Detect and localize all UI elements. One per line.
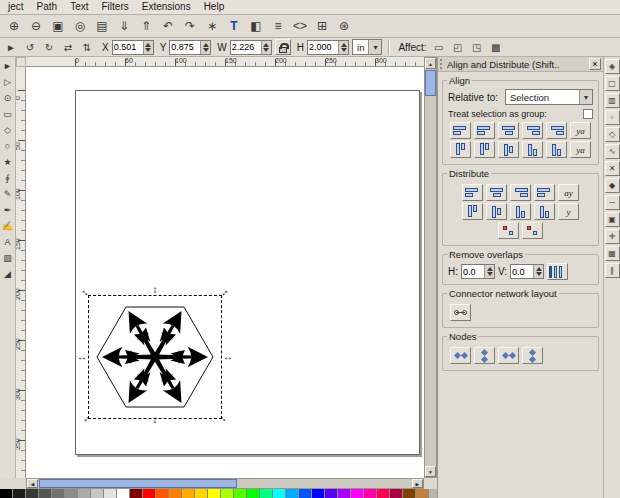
y-input[interactable] xyxy=(170,41,200,54)
snap-toggle-button[interactable]: ▦ xyxy=(605,246,620,261)
align-right-edges-to-anchor-left-button[interactable] xyxy=(450,122,471,139)
align-nodes-horizontally-button[interactable] xyxy=(450,347,471,364)
color-swatch[interactable] xyxy=(65,489,78,498)
color-swatch[interactable] xyxy=(91,489,104,498)
toolbar-button[interactable]: T xyxy=(224,17,244,36)
spin-buttons[interactable] xyxy=(484,265,494,278)
color-swatch[interactable] xyxy=(286,489,299,498)
color-swatch[interactable] xyxy=(234,489,247,498)
toolbar-button[interactable]: ↶ xyxy=(158,17,178,36)
snap-toggle-button[interactable]: ◆ xyxy=(605,178,620,193)
units-select[interactable]: in xyxy=(352,39,382,55)
color-swatch[interactable] xyxy=(13,489,26,498)
distribute-text-anchors-vertical-button[interactable]: y xyxy=(558,203,579,220)
distribute-bottom-edges-button[interactable] xyxy=(510,203,531,220)
align-bottom-edges-button[interactable] xyxy=(522,141,543,158)
v-gap-spinbox[interactable] xyxy=(510,264,544,279)
align-left-edges-to-anchor-right-button[interactable] xyxy=(546,122,567,139)
toolbar-button[interactable]: ▣ xyxy=(48,17,68,36)
toolbar-button[interactable]: ↷ xyxy=(180,17,200,36)
make-vertical-gaps-equal-button[interactable] xyxy=(534,203,555,220)
vertical-scrollbar-thumb[interactable] xyxy=(425,70,436,96)
snap-toggle-button[interactable]: ─ xyxy=(605,195,620,210)
height-input[interactable] xyxy=(308,41,338,54)
toggle-button[interactable]: ◳ xyxy=(468,39,486,55)
color-swatch[interactable] xyxy=(273,489,286,498)
distribute-text-anchors-horizontal-button[interactable]: ay xyxy=(558,184,579,201)
spin-buttons[interactable] xyxy=(533,265,543,278)
snap-toggle-button[interactable]: ✕ xyxy=(605,161,620,176)
tool-text[interactable]: A xyxy=(0,234,15,249)
tool-gradient[interactable]: ▧ xyxy=(0,250,15,265)
snap-toggle-button[interactable]: ◈ xyxy=(605,59,620,74)
toolbar-button[interactable]: ⊞ xyxy=(312,17,332,36)
tool-rectangle[interactable]: ▭ xyxy=(0,106,15,121)
color-swatch[interactable] xyxy=(403,489,416,498)
toolbar-button[interactable]: <> xyxy=(290,17,310,36)
color-swatch[interactable] xyxy=(26,489,39,498)
toggle-button[interactable]: ▩ xyxy=(487,39,505,55)
align-right-edges-button[interactable] xyxy=(522,122,543,139)
spin-buttons[interactable] xyxy=(143,41,153,54)
color-swatch[interactable] xyxy=(377,489,390,498)
menu-item[interactable]: Text xyxy=(64,0,94,14)
toolbar-button[interactable]: ◎ xyxy=(70,17,90,36)
menu-item[interactable]: Help xyxy=(198,0,231,14)
toolbar-button[interactable]: ◧ xyxy=(246,17,266,36)
tool-node-editor[interactable]: ▷ xyxy=(0,74,15,89)
scroll-right-icon[interactable] xyxy=(412,479,423,488)
toggle-button[interactable]: ▭ xyxy=(430,39,448,55)
distribute-top-edges-button[interactable] xyxy=(462,203,483,220)
snap-toggle-button[interactable]: ▢ xyxy=(605,76,620,91)
color-swatch[interactable] xyxy=(117,489,130,498)
width-input[interactable] xyxy=(231,41,261,54)
toolbar-button[interactable]: ⇓ xyxy=(114,17,134,36)
close-icon[interactable] xyxy=(589,58,601,70)
toggle-button[interactable]: ◰ xyxy=(449,39,467,55)
arrange-connector-network-button[interactable] xyxy=(450,304,471,321)
tool-spiral[interactable]: ∮ xyxy=(0,170,15,185)
align-text-anchors-vertical-button[interactable]: ya xyxy=(570,141,591,158)
remove-overlaps-button[interactable] xyxy=(547,263,568,280)
color-swatch[interactable] xyxy=(416,489,429,498)
toolbar-button[interactable]: ⇑ xyxy=(136,17,156,36)
snap-toggle-button[interactable]: ◇ xyxy=(605,127,620,142)
toolbar-button[interactable]: ↻ xyxy=(40,39,58,55)
color-swatch[interactable] xyxy=(52,489,65,498)
toolbar-button[interactable]: ▤ xyxy=(92,17,112,36)
snap-toggle-button[interactable]: ▥ xyxy=(605,93,620,108)
horizontal-scrollbar-thumb[interactable] xyxy=(39,479,237,488)
scroll-left-icon[interactable] xyxy=(27,479,38,488)
distribute-right-edges-button[interactable] xyxy=(510,184,531,201)
align-top-edges-button[interactable] xyxy=(474,141,495,158)
color-swatch[interactable] xyxy=(104,489,117,498)
horizontal-scrollbar[interactable] xyxy=(26,478,424,489)
spin-buttons[interactable] xyxy=(261,41,271,54)
align-nodes-vertically-button[interactable] xyxy=(474,347,495,364)
h-gap-input[interactable] xyxy=(462,265,484,278)
tool-dropper[interactable]: ◢ xyxy=(0,266,15,281)
snap-toggle-button[interactable]: ∥ xyxy=(605,263,620,278)
toolbar-button[interactable]: ⊕ xyxy=(4,17,24,36)
relative-to-select[interactable]: Selection xyxy=(505,89,593,105)
snap-toggle-button[interactable]: ▣ xyxy=(605,212,620,227)
color-swatch[interactable] xyxy=(325,489,338,498)
color-swatch[interactable] xyxy=(143,489,156,498)
toolbar-button[interactable]: ↺ xyxy=(21,39,39,55)
make-horizontal-gaps-equal-button[interactable] xyxy=(534,184,555,201)
tool-star[interactable]: ★ xyxy=(0,154,15,169)
scroll-down-icon[interactable] xyxy=(425,466,436,477)
color-swatch[interactable] xyxy=(390,489,403,498)
menu-item[interactable]: Filters xyxy=(95,0,134,14)
dock-titlebar[interactable]: Align and Distribute (Shift.. xyxy=(438,57,603,72)
spin-buttons[interactable] xyxy=(200,41,210,54)
align-bottom-edges-to-anchor-top-button[interactable] xyxy=(450,141,471,158)
height-spinbox[interactable] xyxy=(307,40,349,55)
menu-item[interactable]: Path xyxy=(31,0,64,14)
snap-toggle-button[interactable]: ∿ xyxy=(605,144,620,159)
width-spinbox[interactable] xyxy=(230,40,272,55)
y-spinbox[interactable] xyxy=(169,40,211,55)
color-swatch[interactable] xyxy=(299,489,312,498)
color-swatch[interactable] xyxy=(247,489,260,498)
align-text-anchors-horizontal-button[interactable]: ya xyxy=(570,122,591,139)
